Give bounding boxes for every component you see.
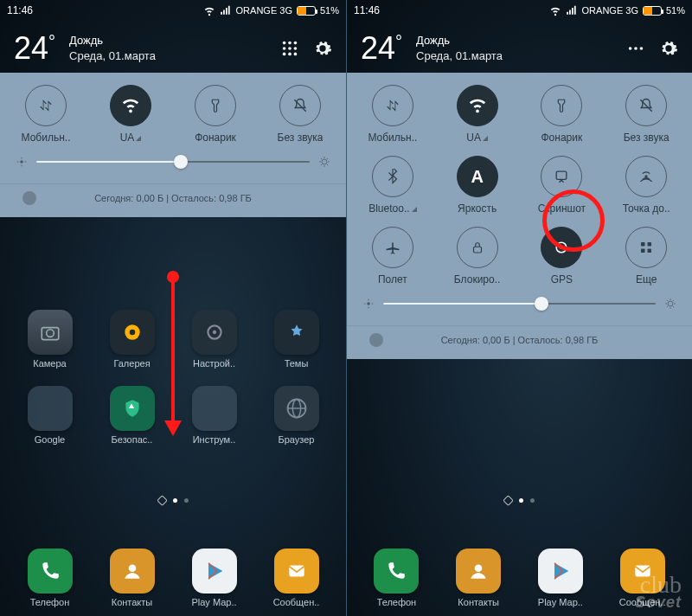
qs-mute[interactable]: Без звука: [608, 85, 684, 144]
weather-header[interactable]: 24° Дождь Среда, 01.марта: [0, 21, 346, 73]
dock-phone[interactable]: Телефон: [362, 549, 431, 607]
screenshot-icon: [553, 168, 570, 185]
status-battery-pct: 51%: [320, 5, 339, 16]
gear-icon[interactable]: [659, 39, 678, 58]
contacts-icon: [121, 560, 144, 582]
settings-app-icon: [203, 321, 226, 343]
phone-icon: [39, 560, 61, 582]
qs-hotspot[interactable]: Точка до..: [608, 156, 684, 215]
themes-icon: [285, 321, 308, 343]
status-bar: 11:46 ORANGE 3G 51%: [0, 0, 346, 21]
grid-icon[interactable]: [280, 39, 299, 58]
svg-point-8: [294, 53, 298, 56]
brightness-auto-icon[interactable]: [664, 298, 676, 310]
weather-degree: °: [395, 32, 402, 51]
svg-point-48: [367, 302, 370, 305]
quick-settings-panel-expanded[interactable]: Мобильн.. UA◢ Фонарик Без звука: [347, 73, 692, 359]
brightness-thumb[interactable]: [535, 297, 548, 311]
svg-point-35: [629, 47, 632, 50]
qs-mobile-data[interactable]: Мобильн..: [8, 85, 84, 144]
app-google-folder[interactable]: Google: [16, 386, 85, 445]
dock-play-store[interactable]: Play Мар..: [180, 549, 249, 607]
quick-settings-panel[interactable]: Мобильн.. UA◢ Фонарик Без звука: [0, 73, 346, 217]
dock-play-store[interactable]: Play Мар..: [526, 549, 595, 607]
dock-messages[interactable]: Сообщен..: [262, 549, 331, 607]
page-indicator[interactable]: [347, 498, 692, 504]
brightness-track[interactable]: [383, 303, 656, 305]
svg-line-58: [667, 300, 668, 301]
app-tools-folder[interactable]: Инструм..: [180, 386, 249, 445]
svg-line-59: [673, 306, 674, 307]
more-horizontal-icon[interactable]: [626, 39, 645, 58]
dock-contacts[interactable]: Контакты: [98, 549, 167, 607]
qs-flashlight[interactable]: Фонарик: [177, 85, 253, 144]
qs-more[interactable]: Еще: [608, 227, 684, 286]
svg-point-15: [322, 159, 327, 164]
weather-condition: Дождь: [69, 33, 156, 48]
brightness-auto-icon[interactable]: [318, 156, 330, 168]
svg-line-60: [673, 300, 674, 301]
message-icon: [285, 560, 308, 582]
dock-contacts[interactable]: Контакты: [444, 549, 513, 607]
brightness-slider[interactable]: [0, 144, 346, 176]
qs-screenshot[interactable]: Скриншот: [523, 156, 599, 215]
mute-icon: [292, 97, 309, 114]
svg-point-36: [634, 47, 638, 50]
svg-point-24: [46, 330, 54, 337]
battery-icon: [643, 6, 662, 16]
qs-mobile-data[interactable]: Мобильн..: [355, 85, 431, 144]
svg-rect-41: [473, 247, 481, 253]
data-usage-footer[interactable]: Сегодня: 0,00 Б | Осталось: 0,98 ГБ: [0, 183, 346, 214]
gps-icon: [553, 239, 570, 256]
wifi-icon: [203, 4, 215, 16]
wifi-toggle-icon: [121, 96, 140, 115]
app-settings[interactable]: Настрой..: [180, 310, 249, 369]
svg-line-61: [667, 306, 668, 307]
svg-point-62: [475, 564, 483, 572]
svg-rect-46: [641, 249, 645, 253]
data-usage-text: Сегодня: 0,00 Б | Осталось: 0,98 ГБ: [441, 335, 599, 345]
brightness-slider[interactable]: [347, 286, 692, 318]
app-browser[interactable]: Браузер: [262, 386, 331, 445]
app-themes[interactable]: Темы: [262, 310, 331, 369]
brightness-thumb[interactable]: [174, 155, 188, 169]
qs-wifi[interactable]: UA◢: [93, 85, 169, 144]
svg-point-43: [560, 246, 563, 249]
mobile-data-icon: [384, 97, 401, 114]
gear-icon[interactable]: [313, 39, 332, 58]
mute-icon: [638, 97, 655, 114]
signal-icon: [220, 4, 232, 16]
qs-gps[interactable]: GPS: [523, 227, 599, 286]
dock: Телефон Контакты Play Мар.. Сообщен..: [0, 549, 346, 607]
qs-lock[interactable]: Блокиро..: [439, 227, 516, 286]
svg-point-27: [129, 330, 135, 336]
app-security[interactable]: Безопас..: [98, 386, 167, 445]
data-usage-footer[interactable]: Сегодня: 0,00 Б | Осталось: 0,98 ГБ: [347, 325, 692, 356]
play-store-icon: [548, 559, 573, 583]
svg-point-29: [212, 330, 215, 334]
watermark: club Sovet: [635, 574, 682, 609]
weather-header[interactable]: 24° Дождь Среда, 01.марта: [347, 21, 692, 73]
qs-brightness-mode[interactable]: A Яркость: [439, 156, 516, 215]
weather-temp: 24: [361, 30, 395, 66]
svg-rect-47: [648, 249, 652, 253]
brightness-track[interactable]: [36, 161, 310, 163]
app-gallery[interactable]: Галерея: [98, 310, 167, 369]
qs-airplane[interactable]: Полет: [355, 227, 431, 286]
qs-bluetooth[interactable]: Bluetoo..◢: [355, 156, 431, 215]
svg-line-20: [321, 158, 322, 159]
page-indicator[interactable]: [0, 498, 346, 504]
dock-phone[interactable]: Телефон: [16, 549, 85, 607]
data-usage-text: Сегодня: 0,00 Б | Осталось: 0,98 ГБ: [94, 193, 252, 203]
brightness-low-icon: [16, 156, 28, 168]
flashlight-icon: [554, 98, 569, 113]
screenshot-right: 11:46 ORANGE 3G 51% 24° Дождь Среда, 01.…: [346, 0, 692, 616]
qs-wifi[interactable]: UA◢: [439, 85, 516, 144]
qs-mute[interactable]: Без звука: [262, 85, 338, 144]
svg-point-7: [288, 53, 292, 56]
app-camera[interactable]: Камера: [16, 310, 85, 369]
airplane-icon: [384, 239, 401, 256]
svg-point-37: [640, 47, 644, 50]
svg-point-4: [288, 47, 292, 50]
qs-flashlight[interactable]: Фонарик: [523, 85, 599, 144]
